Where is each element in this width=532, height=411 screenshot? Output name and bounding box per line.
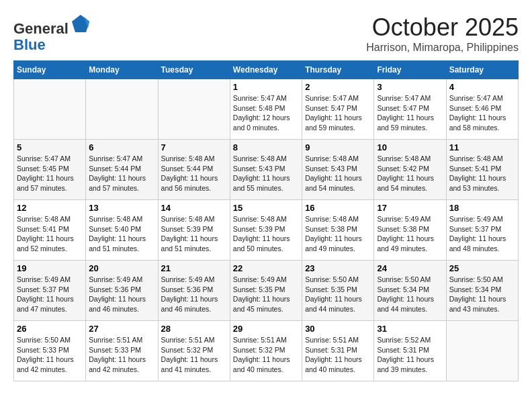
header-sunday: Sunday	[14, 61, 86, 79]
header-saturday: Saturday	[446, 61, 518, 79]
day-info: Sunrise: 5:51 AMSunset: 5:32 PMDaylight:…	[161, 335, 227, 375]
table-cell: 29Sunrise: 5:51 AMSunset: 5:32 PMDayligh…	[230, 321, 302, 381]
month-title: October 2025	[366, 13, 519, 42]
day-number: 11	[449, 142, 515, 152]
logo-blue: Blue	[13, 36, 46, 53]
day-number: 24	[377, 263, 443, 273]
table-cell: 16Sunrise: 5:48 AMSunset: 5:38 PMDayligh…	[302, 200, 374, 261]
logo-general: General	[13, 20, 69, 37]
table-cell: 28Sunrise: 5:51 AMSunset: 5:32 PMDayligh…	[158, 321, 230, 381]
table-cell: 5Sunrise: 5:47 AMSunset: 5:45 PMDaylight…	[14, 140, 86, 200]
week-row-1: 1Sunrise: 5:47 AMSunset: 5:48 PMDaylight…	[14, 79, 519, 140]
day-info: Sunrise: 5:51 AMSunset: 5:33 PMDaylight:…	[89, 335, 154, 375]
header-friday: Friday	[374, 61, 446, 79]
day-number: 26	[17, 324, 83, 334]
table-cell	[14, 79, 86, 140]
table-cell: 17Sunrise: 5:49 AMSunset: 5:38 PMDayligh…	[374, 200, 446, 261]
table-cell: 21Sunrise: 5:49 AMSunset: 5:36 PMDayligh…	[158, 261, 230, 321]
table-cell: 19Sunrise: 5:49 AMSunset: 5:37 PMDayligh…	[14, 261, 86, 321]
table-cell: 7Sunrise: 5:48 AMSunset: 5:44 PMDaylight…	[158, 140, 230, 200]
day-number: 7	[161, 142, 227, 152]
day-number: 25	[449, 263, 515, 273]
day-number: 6	[89, 142, 154, 152]
day-number: 21	[161, 263, 227, 273]
calendar-body: 1Sunrise: 5:47 AMSunset: 5:48 PMDaylight…	[14, 79, 519, 381]
header-thursday: Thursday	[302, 61, 374, 79]
day-info: Sunrise: 5:48 AMSunset: 5:40 PMDaylight:…	[89, 214, 154, 254]
day-number: 31	[377, 324, 443, 334]
table-cell	[158, 79, 230, 140]
day-info: Sunrise: 5:49 AMSunset: 5:36 PMDaylight:…	[89, 275, 154, 314]
day-number: 18	[449, 203, 515, 213]
calendar-table: Sunday Monday Tuesday Wednesday Thursday…	[13, 60, 519, 381]
day-info: Sunrise: 5:49 AMSunset: 5:37 PMDaylight:…	[449, 214, 515, 254]
week-row-4: 19Sunrise: 5:49 AMSunset: 5:37 PMDayligh…	[14, 261, 519, 321]
day-info: Sunrise: 5:51 AMSunset: 5:31 PMDaylight:…	[305, 335, 371, 375]
table-cell: 24Sunrise: 5:50 AMSunset: 5:34 PMDayligh…	[374, 261, 446, 321]
day-info: Sunrise: 5:47 AMSunset: 5:48 PMDaylight:…	[233, 93, 299, 133]
day-info: Sunrise: 5:50 AMSunset: 5:34 PMDaylight:…	[377, 275, 443, 314]
day-number: 2	[305, 82, 371, 92]
table-cell: 10Sunrise: 5:48 AMSunset: 5:42 PMDayligh…	[374, 140, 446, 200]
day-info: Sunrise: 5:49 AMSunset: 5:36 PMDaylight:…	[161, 275, 227, 314]
table-cell: 15Sunrise: 5:48 AMSunset: 5:39 PMDayligh…	[230, 200, 302, 261]
day-info: Sunrise: 5:47 AMSunset: 5:47 PMDaylight:…	[305, 93, 371, 133]
day-number: 8	[233, 142, 299, 152]
day-info: Sunrise: 5:47 AMSunset: 5:44 PMDaylight:…	[89, 154, 154, 193]
day-number: 15	[233, 203, 299, 213]
table-cell: 14Sunrise: 5:48 AMSunset: 5:39 PMDayligh…	[158, 200, 230, 261]
location-subtitle: Harrison, Mimaropa, Philippines	[366, 42, 519, 54]
day-number: 20	[89, 263, 154, 273]
day-number: 16	[305, 203, 371, 213]
table-cell: 20Sunrise: 5:49 AMSunset: 5:36 PMDayligh…	[86, 261, 158, 321]
page-header: General Blue October 2025 Harrison, Mima…	[13, 13, 519, 54]
logo-icon	[71, 13, 91, 34]
day-number: 29	[233, 324, 299, 334]
day-info: Sunrise: 5:48 AMSunset: 5:39 PMDaylight:…	[161, 214, 227, 254]
logo: General Blue	[13, 13, 91, 53]
day-info: Sunrise: 5:47 AMSunset: 5:46 PMDaylight:…	[449, 93, 515, 133]
day-number: 19	[17, 263, 83, 273]
week-row-2: 5Sunrise: 5:47 AMSunset: 5:45 PMDaylight…	[14, 140, 519, 200]
table-cell: 4Sunrise: 5:47 AMSunset: 5:46 PMDaylight…	[446, 79, 518, 140]
day-number: 13	[89, 203, 154, 213]
day-info: Sunrise: 5:50 AMSunset: 5:33 PMDaylight:…	[17, 335, 83, 375]
calendar-header: Sunday Monday Tuesday Wednesday Thursday…	[14, 61, 519, 79]
day-info: Sunrise: 5:52 AMSunset: 5:31 PMDaylight:…	[377, 335, 443, 375]
title-area: October 2025 Harrison, Mimaropa, Philipp…	[366, 13, 519, 54]
day-number: 14	[161, 203, 227, 213]
table-cell: 12Sunrise: 5:48 AMSunset: 5:41 PMDayligh…	[14, 200, 86, 261]
table-cell: 31Sunrise: 5:52 AMSunset: 5:31 PMDayligh…	[374, 321, 446, 381]
table-cell	[86, 79, 158, 140]
header-row: Sunday Monday Tuesday Wednesday Thursday…	[14, 61, 519, 79]
week-row-3: 12Sunrise: 5:48 AMSunset: 5:41 PMDayligh…	[14, 200, 519, 261]
day-number: 12	[17, 203, 83, 213]
day-info: Sunrise: 5:51 AMSunset: 5:32 PMDaylight:…	[233, 335, 299, 375]
day-info: Sunrise: 5:50 AMSunset: 5:35 PMDaylight:…	[305, 275, 371, 314]
day-info: Sunrise: 5:49 AMSunset: 5:38 PMDaylight:…	[377, 214, 443, 254]
header-wednesday: Wednesday	[230, 61, 302, 79]
day-info: Sunrise: 5:48 AMSunset: 5:42 PMDaylight:…	[377, 154, 443, 193]
day-info: Sunrise: 5:48 AMSunset: 5:38 PMDaylight:…	[305, 214, 371, 254]
day-info: Sunrise: 5:49 AMSunset: 5:35 PMDaylight:…	[233, 275, 299, 314]
table-cell: 23Sunrise: 5:50 AMSunset: 5:35 PMDayligh…	[302, 261, 374, 321]
day-number: 10	[377, 142, 443, 152]
day-info: Sunrise: 5:50 AMSunset: 5:34 PMDaylight:…	[449, 275, 515, 314]
day-number: 17	[377, 203, 443, 213]
table-cell: 11Sunrise: 5:48 AMSunset: 5:41 PMDayligh…	[446, 140, 518, 200]
header-tuesday: Tuesday	[158, 61, 230, 79]
table-cell: 26Sunrise: 5:50 AMSunset: 5:33 PMDayligh…	[14, 321, 86, 381]
day-number: 9	[305, 142, 371, 152]
table-cell: 6Sunrise: 5:47 AMSunset: 5:44 PMDaylight…	[86, 140, 158, 200]
day-info: Sunrise: 5:47 AMSunset: 5:45 PMDaylight:…	[17, 154, 83, 193]
table-cell	[446, 321, 518, 381]
day-number: 1	[233, 82, 299, 92]
day-info: Sunrise: 5:48 AMSunset: 5:43 PMDaylight:…	[233, 154, 299, 193]
table-cell: 22Sunrise: 5:49 AMSunset: 5:35 PMDayligh…	[230, 261, 302, 321]
day-info: Sunrise: 5:47 AMSunset: 5:47 PMDaylight:…	[377, 93, 443, 133]
day-number: 5	[17, 142, 83, 152]
table-cell: 13Sunrise: 5:48 AMSunset: 5:40 PMDayligh…	[86, 200, 158, 261]
day-info: Sunrise: 5:48 AMSunset: 5:41 PMDaylight:…	[449, 154, 515, 193]
day-info: Sunrise: 5:48 AMSunset: 5:43 PMDaylight:…	[305, 154, 371, 193]
header-monday: Monday	[86, 61, 158, 79]
